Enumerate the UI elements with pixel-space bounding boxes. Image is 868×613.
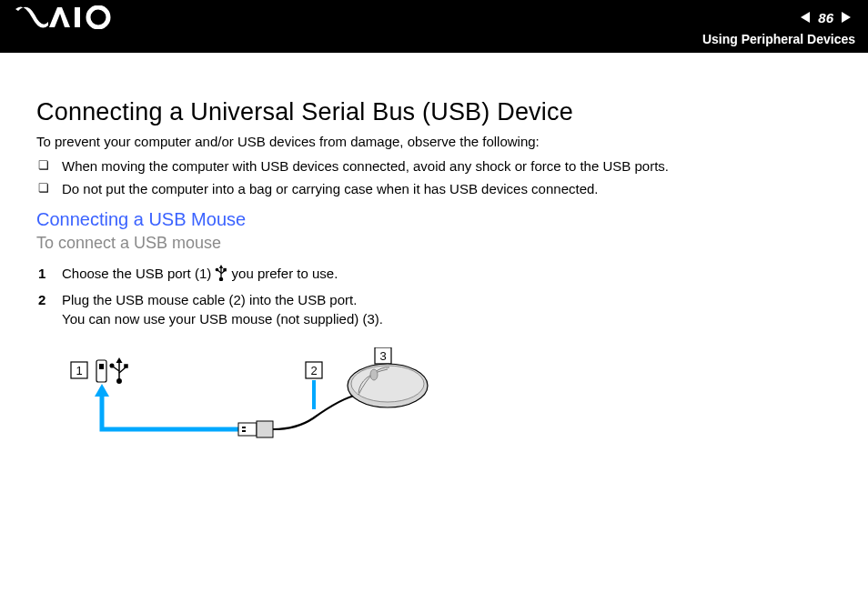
svg-marker-3 [842, 12, 851, 23]
page-title: Connecting a Universal Serial Bus (USB) … [36, 98, 815, 126]
usb-icon [110, 357, 127, 383]
svg-rect-23 [242, 430, 246, 432]
svg-rect-12 [96, 360, 106, 382]
svg-rect-8 [224, 269, 226, 271]
list-item: When moving the computer with USB device… [36, 155, 815, 177]
svg-rect-22 [242, 427, 246, 428]
svg-marker-19 [95, 384, 109, 397]
svg-point-5 [220, 277, 223, 280]
svg-rect-13 [99, 364, 104, 369]
warning-list: When moving the computer with USB device… [36, 155, 815, 200]
diagram-label-1: 1 [76, 364, 82, 377]
procedure-label: To connect a USB mouse [36, 234, 815, 253]
svg-point-17 [110, 364, 114, 367]
prev-page-arrow-icon[interactable] [800, 11, 812, 24]
step-text-pre: Choose the USB port (1) [62, 266, 215, 281]
svg-point-26 [370, 369, 378, 380]
diagram-label-3: 3 [379, 349, 386, 363]
list-item: Do not put the computer into a bag or ca… [36, 177, 815, 200]
step-text-post: you prefer to use. [227, 266, 338, 281]
header-right: 86 [800, 10, 857, 25]
svg-rect-21 [257, 421, 273, 437]
steps-list: Choose the USB port (1) you prefer to us… [36, 262, 815, 331]
mouse-icon [348, 364, 428, 407]
connection-diagram: 1 2 3 [69, 347, 451, 457]
svg-marker-6 [219, 265, 223, 268]
svg-marker-16 [116, 357, 123, 363]
intro-text: To prevent your computer and/or USB devi… [36, 134, 815, 149]
next-page-arrow-icon[interactable] [839, 11, 852, 24]
svg-point-7 [217, 268, 218, 270]
list-item: Choose the USB port (1) you prefer to us… [36, 262, 815, 288]
page-content: Connecting a Universal Serial Bus (USB) … [0, 53, 868, 457]
section-title: Using Peripheral Devices [702, 32, 855, 46]
svg-rect-0 [75, 7, 80, 27]
diagram-label-2: 2 [310, 364, 317, 377]
svg-rect-20 [238, 423, 257, 436]
usb-icon [215, 265, 227, 286]
vaio-logo [15, 5, 115, 29]
cable-path-icon [95, 384, 238, 429]
page-number: 86 [818, 10, 833, 25]
usb-port-icon [96, 360, 106, 382]
svg-marker-2 [801, 12, 810, 23]
usb-plug-icon [238, 421, 273, 437]
svg-rect-18 [125, 365, 127, 367]
header-bar: 86 [0, 0, 868, 35]
svg-point-25 [351, 366, 424, 402]
svg-point-15 [117, 379, 121, 383]
subheading: Connecting a USB Mouse [36, 209, 815, 230]
svg-point-1 [88, 7, 108, 27]
list-item: Plug the USB mouse cable (2) into the US… [36, 288, 815, 331]
step-text: Plug the USB mouse cable (2) into the US… [62, 292, 383, 326]
